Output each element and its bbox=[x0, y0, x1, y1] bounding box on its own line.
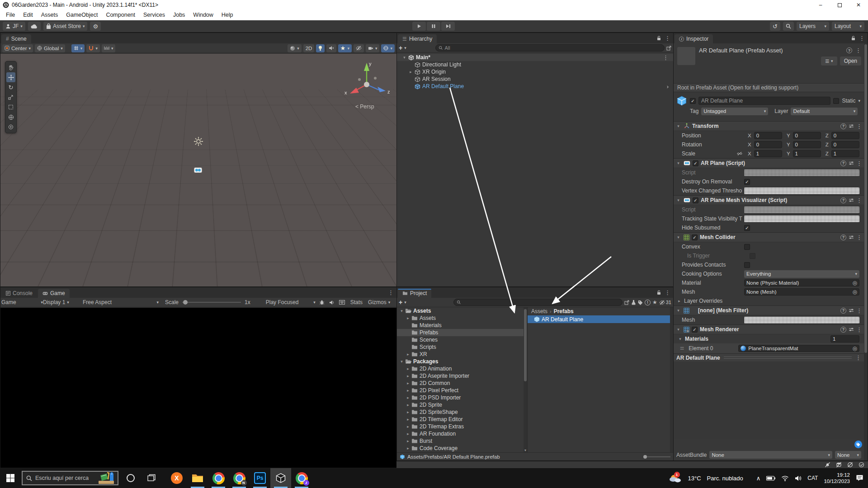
collapse-arrow-icon[interactable]: ▾ bbox=[677, 337, 683, 341]
kebab-menu-icon[interactable]: ⋮ bbox=[663, 54, 669, 61]
weather-widget[interactable]: 1 bbox=[669, 473, 682, 483]
mesh-collider-header[interactable]: ▾ ✓ Mesh Collider ? ⋮ bbox=[674, 232, 864, 242]
expand-arrow-icon[interactable]: ▸ bbox=[405, 410, 411, 414]
keyboard-icon[interactable] bbox=[339, 300, 345, 305]
scale-slider[interactable] bbox=[182, 302, 241, 303]
open-in-window-icon[interactable] bbox=[624, 300, 629, 305]
start-button[interactable] bbox=[0, 468, 21, 488]
transform-header[interactable]: ▾ Transform ? ⋮ bbox=[674, 121, 864, 131]
y-value-field[interactable]: 1 bbox=[793, 150, 821, 157]
expand-arrow-icon[interactable]: ▸ bbox=[405, 374, 411, 378]
lock-icon[interactable] bbox=[851, 36, 855, 41]
scene-visibility-toggle[interactable] bbox=[354, 44, 364, 52]
vertex-threshold-field-redacted[interactable] bbox=[744, 188, 859, 194]
expand-arrow-icon[interactable]: ▸ bbox=[405, 316, 411, 320]
favorites-star-icon[interactable]: ★ bbox=[652, 299, 657, 305]
tab-scene[interactable]: # Scene bbox=[1, 34, 31, 43]
project-folder-2d-common[interactable]: ▸2D Common bbox=[397, 380, 524, 387]
tool-pivot-dropdown[interactable]: Center▾ bbox=[2, 44, 33, 52]
account-button[interactable]: JF▾ bbox=[3, 22, 25, 31]
assetbundle-variant-dropdown[interactable]: None▾ bbox=[835, 451, 861, 459]
project-folder-2d-spriteshape[interactable]: ▸2D SpriteShape bbox=[397, 408, 524, 416]
wifi-icon[interactable] bbox=[781, 475, 789, 481]
preview-header[interactable]: AR Default Plane ⋮ bbox=[674, 353, 864, 361]
presets-icon[interactable] bbox=[849, 198, 854, 202]
scene-orientation-gizmo[interactable]: x y z bbox=[342, 58, 392, 108]
project-folder-burst[interactable]: ▸Burst bbox=[397, 437, 524, 445]
perspective-toggle[interactable]: < Persp bbox=[355, 103, 374, 110]
hierarchy-item-ar-session[interactable]: AR Session bbox=[397, 75, 673, 83]
help-icon[interactable]: ? bbox=[840, 160, 846, 166]
project-search[interactable] bbox=[453, 299, 623, 306]
x-value-field[interactable]: 0 bbox=[754, 141, 782, 148]
tool-orientation-dropdown[interactable]: Global▾ bbox=[35, 44, 65, 52]
kebab-menu-icon[interactable]: ⋮ bbox=[388, 290, 394, 296]
kebab-menu-icon[interactable]: ⋮ bbox=[859, 35, 865, 41]
collab-offline-icon[interactable] bbox=[847, 462, 853, 468]
tag-dropdown[interactable]: Untagged▾ bbox=[701, 108, 768, 115]
weather-condition[interactable]: Parc. nublado bbox=[707, 475, 743, 482]
physic-material-field[interactable]: None (Physic Material)◎ bbox=[744, 279, 859, 286]
collapse-arrow-icon[interactable]: ▾ bbox=[401, 55, 407, 60]
collapse-arrow-icon[interactable]: ▾ bbox=[399, 309, 405, 313]
taskbar-app-xampp[interactable]: X bbox=[166, 468, 187, 488]
expand-arrow-icon[interactable]: ▸ bbox=[405, 424, 411, 429]
toggle-2d-button[interactable]: 2D bbox=[303, 44, 315, 52]
create-button[interactable]: + bbox=[399, 299, 402, 306]
y-value-field[interactable]: 0 bbox=[793, 141, 821, 148]
provides-contacts-checkbox[interactable] bbox=[744, 262, 750, 268]
expand-arrow-icon[interactable]: ▸ bbox=[405, 366, 411, 371]
hierarchy-item-xr-origin[interactable]: ▸XR Origin bbox=[397, 68, 673, 75]
kebab-menu-icon[interactable]: ⋮ bbox=[855, 47, 861, 53]
presets-icon[interactable] bbox=[849, 161, 854, 165]
kebab-menu-icon[interactable]: ⋮ bbox=[855, 355, 861, 361]
undo-history-button[interactable]: ↺ bbox=[770, 22, 780, 31]
rect-tool-button[interactable] bbox=[6, 102, 15, 112]
tray-expand-chevron-icon[interactable]: ∧ bbox=[756, 475, 761, 482]
help-icon[interactable]: ? bbox=[840, 235, 846, 240]
tab-console[interactable]: Console bbox=[1, 289, 37, 298]
hierarchy-search-input[interactable] bbox=[444, 45, 661, 51]
task-view-button[interactable] bbox=[141, 468, 162, 488]
search-button[interactable] bbox=[783, 22, 794, 31]
layers-dropdown[interactable]: Layers▾ bbox=[797, 22, 829, 31]
tracking-visibility-field-redacted[interactable] bbox=[744, 216, 859, 222]
mesh-field[interactable]: None (Mesh)◎ bbox=[744, 288, 859, 296]
menu-item-window[interactable]: Window bbox=[189, 10, 217, 20]
debug-icon[interactable] bbox=[319, 300, 325, 305]
expand-arrow-icon[interactable]: ▸ bbox=[405, 439, 411, 443]
step-button[interactable] bbox=[441, 22, 455, 31]
kebab-menu-icon[interactable]: ⋮ bbox=[856, 308, 862, 314]
expand-arrow-icon[interactable]: ▸ bbox=[405, 381, 411, 385]
cortana-button[interactable] bbox=[120, 468, 141, 488]
taskbar-search-input[interactable] bbox=[35, 475, 89, 481]
z-value-field[interactable]: 1 bbox=[831, 150, 859, 157]
cloud-build-settings-button[interactable]: ⚙ bbox=[90, 22, 101, 31]
scene-camera-dropdown[interactable]: ▾ bbox=[366, 44, 380, 52]
open-prefab-button[interactable]: Open bbox=[840, 56, 861, 66]
search-by-label-icon[interactable] bbox=[638, 300, 643, 305]
scene-viewport[interactable]: ↻ bbox=[0, 54, 396, 286]
transform-tool-button[interactable] bbox=[6, 112, 15, 122]
menu-item-file[interactable]: File bbox=[2, 10, 19, 20]
language-indicator[interactable]: CAT bbox=[807, 475, 818, 481]
menu-item-assets[interactable]: Assets bbox=[37, 10, 62, 20]
drag-handle-icon[interactable]: = bbox=[680, 344, 684, 352]
gizmos-dropdown[interactable]: Gizmos▾ bbox=[368, 299, 390, 305]
ar-plane-header[interactable]: ▾ ✓ AR Plane (Script) ? ⋮ bbox=[674, 158, 864, 168]
hidden-items-counter[interactable]: 31 bbox=[659, 300, 671, 305]
scale-link-icon[interactable] bbox=[737, 151, 743, 156]
hierarchy-item-ar-default-plane[interactable]: AR Default Plane› bbox=[397, 83, 673, 90]
help-icon[interactable]: ? bbox=[840, 197, 846, 203]
expand-arrow-icon[interactable]: ▸ bbox=[405, 395, 411, 400]
hierarchy-search[interactable] bbox=[435, 44, 665, 52]
presets-icon[interactable] bbox=[849, 327, 854, 332]
lock-icon[interactable] bbox=[657, 290, 661, 295]
scene-lighting-toggle[interactable] bbox=[316, 44, 325, 52]
volume-icon[interactable] bbox=[795, 475, 802, 481]
expand-arrow-icon[interactable]: ▸ bbox=[405, 446, 411, 450]
x-value-field[interactable]: 0 bbox=[754, 132, 782, 139]
active-checkbox[interactable]: ✓ bbox=[690, 98, 696, 104]
project-pane-scrollbar[interactable] bbox=[670, 307, 673, 452]
project-asset-ar-default-plane[interactable]: AR Default Plane bbox=[528, 315, 670, 323]
